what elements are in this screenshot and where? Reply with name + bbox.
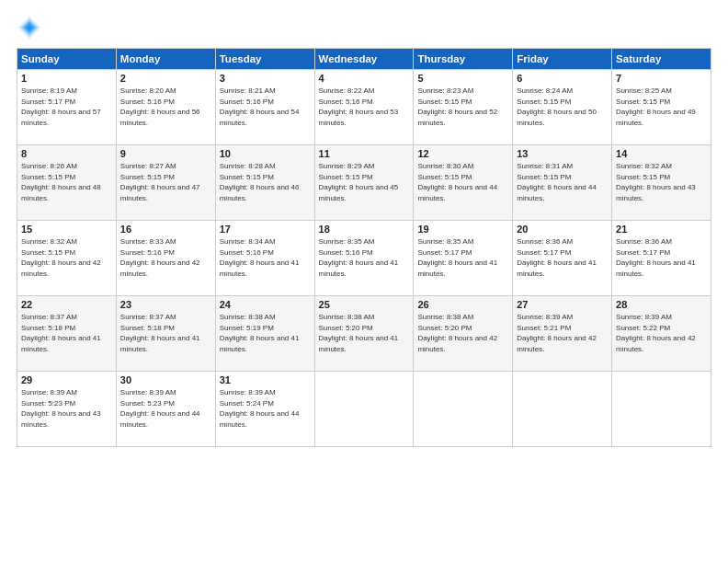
calendar-cell: 22Sunrise: 8:37 AMSunset: 5:18 PMDayligh… bbox=[17, 296, 117, 372]
week-row-2: 8Sunrise: 8:26 AMSunset: 5:15 PMDaylight… bbox=[17, 145, 711, 221]
header bbox=[17, 15, 711, 40]
day-number: 24 bbox=[220, 299, 311, 310]
day-number: 20 bbox=[517, 224, 608, 235]
day-info: Sunrise: 8:22 AMSunset: 5:16 PMDaylight:… bbox=[319, 86, 399, 127]
calendar-cell: 8Sunrise: 8:26 AMSunset: 5:15 PMDaylight… bbox=[17, 145, 117, 221]
calendar-cell: 30Sunrise: 8:39 AMSunset: 5:23 PMDayligh… bbox=[116, 372, 215, 447]
day-info: Sunrise: 8:39 AMSunset: 5:23 PMDaylight:… bbox=[120, 388, 200, 429]
calendar-cell: 29Sunrise: 8:39 AMSunset: 5:23 PMDayligh… bbox=[17, 372, 117, 447]
day-number: 16 bbox=[120, 224, 211, 235]
day-number: 30 bbox=[120, 374, 211, 385]
day-number: 6 bbox=[517, 73, 608, 84]
calendar-cell: 9Sunrise: 8:27 AMSunset: 5:15 PMDaylight… bbox=[116, 145, 215, 221]
day-number: 29 bbox=[21, 374, 112, 385]
logo-icon bbox=[17, 15, 42, 40]
day-info: Sunrise: 8:23 AMSunset: 5:15 PMDaylight:… bbox=[417, 86, 497, 127]
calendar-cell bbox=[314, 372, 414, 447]
day-info: Sunrise: 8:36 AMSunset: 5:17 PMDaylight:… bbox=[616, 237, 696, 278]
calendar-cell: 16Sunrise: 8:33 AMSunset: 5:16 PMDayligh… bbox=[116, 221, 215, 296]
day-number: 14 bbox=[616, 148, 707, 159]
weekday-header-saturday: Saturday bbox=[612, 49, 711, 70]
day-number: 15 bbox=[21, 224, 112, 235]
day-number: 5 bbox=[417, 73, 508, 84]
day-number: 12 bbox=[417, 148, 508, 159]
page: SundayMondayTuesdayWednesdayThursdayFrid… bbox=[0, 0, 728, 563]
day-number: 17 bbox=[220, 224, 311, 235]
calendar-cell: 26Sunrise: 8:38 AMSunset: 5:20 PMDayligh… bbox=[414, 296, 513, 372]
day-info: Sunrise: 8:37 AMSunset: 5:18 PMDaylight:… bbox=[120, 313, 200, 353]
calendar-cell: 20Sunrise: 8:36 AMSunset: 5:17 PMDayligh… bbox=[513, 221, 612, 296]
day-number: 25 bbox=[319, 299, 410, 310]
day-number: 11 bbox=[319, 148, 410, 159]
day-number: 1 bbox=[21, 73, 112, 84]
day-number: 9 bbox=[120, 148, 211, 159]
calendar-cell: 24Sunrise: 8:38 AMSunset: 5:19 PMDayligh… bbox=[215, 296, 314, 372]
calendar-cell: 7Sunrise: 8:25 AMSunset: 5:15 PMDaylight… bbox=[612, 70, 711, 145]
day-number: 21 bbox=[616, 224, 707, 235]
day-info: Sunrise: 8:27 AMSunset: 5:15 PMDaylight:… bbox=[120, 162, 200, 202]
day-info: Sunrise: 8:38 AMSunset: 5:19 PMDaylight:… bbox=[220, 313, 300, 353]
day-info: Sunrise: 8:26 AMSunset: 5:15 PMDaylight:… bbox=[21, 162, 101, 202]
day-info: Sunrise: 8:39 AMSunset: 5:24 PMDaylight:… bbox=[220, 388, 300, 429]
calendar-cell: 31Sunrise: 8:39 AMSunset: 5:24 PMDayligh… bbox=[215, 372, 314, 447]
weekday-header-friday: Friday bbox=[513, 49, 612, 70]
day-number: 10 bbox=[220, 148, 311, 159]
calendar-cell: 1Sunrise: 8:19 AMSunset: 5:17 PMDaylight… bbox=[17, 70, 117, 145]
calendar-cell: 25Sunrise: 8:38 AMSunset: 5:20 PMDayligh… bbox=[314, 296, 414, 372]
calendar-cell: 12Sunrise: 8:30 AMSunset: 5:15 PMDayligh… bbox=[414, 145, 513, 221]
day-number: 31 bbox=[220, 374, 311, 385]
day-info: Sunrise: 8:32 AMSunset: 5:15 PMDaylight:… bbox=[21, 237, 101, 278]
day-info: Sunrise: 8:39 AMSunset: 5:22 PMDaylight:… bbox=[616, 313, 696, 353]
weekday-header-tuesday: Tuesday bbox=[215, 49, 314, 70]
day-number: 2 bbox=[120, 73, 211, 84]
calendar-cell bbox=[414, 372, 513, 447]
day-info: Sunrise: 8:32 AMSunset: 5:15 PMDaylight:… bbox=[616, 162, 696, 202]
day-number: 23 bbox=[120, 299, 211, 310]
day-info: Sunrise: 8:24 AMSunset: 5:15 PMDaylight:… bbox=[517, 86, 597, 127]
day-number: 3 bbox=[220, 73, 311, 84]
calendar-cell: 4Sunrise: 8:22 AMSunset: 5:16 PMDaylight… bbox=[314, 70, 414, 145]
day-number: 7 bbox=[616, 73, 707, 84]
calendar-cell: 11Sunrise: 8:29 AMSunset: 5:15 PMDayligh… bbox=[314, 145, 414, 221]
day-number: 22 bbox=[21, 299, 112, 310]
week-row-5: 29Sunrise: 8:39 AMSunset: 5:23 PMDayligh… bbox=[17, 372, 711, 447]
day-info: Sunrise: 8:30 AMSunset: 5:15 PMDaylight:… bbox=[417, 162, 497, 202]
day-info: Sunrise: 8:19 AMSunset: 5:17 PMDaylight:… bbox=[21, 86, 101, 127]
weekday-header-monday: Monday bbox=[116, 49, 215, 70]
day-info: Sunrise: 8:35 AMSunset: 5:17 PMDaylight:… bbox=[417, 237, 497, 278]
day-info: Sunrise: 8:39 AMSunset: 5:23 PMDaylight:… bbox=[21, 388, 101, 429]
weekday-header-sunday: Sunday bbox=[17, 49, 117, 70]
calendar-cell: 2Sunrise: 8:20 AMSunset: 5:16 PMDaylight… bbox=[116, 70, 215, 145]
day-info: Sunrise: 8:37 AMSunset: 5:18 PMDaylight:… bbox=[21, 313, 101, 353]
calendar-cell: 19Sunrise: 8:35 AMSunset: 5:17 PMDayligh… bbox=[414, 221, 513, 296]
calendar-cell: 27Sunrise: 8:39 AMSunset: 5:21 PMDayligh… bbox=[513, 296, 612, 372]
calendar-cell: 28Sunrise: 8:39 AMSunset: 5:22 PMDayligh… bbox=[612, 296, 711, 372]
day-number: 28 bbox=[616, 299, 707, 310]
calendar-cell: 23Sunrise: 8:37 AMSunset: 5:18 PMDayligh… bbox=[116, 296, 215, 372]
day-info: Sunrise: 8:29 AMSunset: 5:15 PMDaylight:… bbox=[319, 162, 399, 202]
weekday-header-thursday: Thursday bbox=[414, 49, 513, 70]
day-number: 13 bbox=[517, 148, 608, 159]
logo bbox=[17, 15, 46, 40]
calendar-cell: 6Sunrise: 8:24 AMSunset: 5:15 PMDaylight… bbox=[513, 70, 612, 145]
calendar-cell: 17Sunrise: 8:34 AMSunset: 5:16 PMDayligh… bbox=[215, 221, 314, 296]
calendar-cell: 18Sunrise: 8:35 AMSunset: 5:16 PMDayligh… bbox=[314, 221, 414, 296]
calendar-cell bbox=[612, 372, 711, 447]
day-info: Sunrise: 8:35 AMSunset: 5:16 PMDaylight:… bbox=[319, 237, 399, 278]
calendar-cell: 15Sunrise: 8:32 AMSunset: 5:15 PMDayligh… bbox=[17, 221, 117, 296]
calendar-cell: 13Sunrise: 8:31 AMSunset: 5:15 PMDayligh… bbox=[513, 145, 612, 221]
calendar-cell: 5Sunrise: 8:23 AMSunset: 5:15 PMDaylight… bbox=[414, 70, 513, 145]
day-number: 8 bbox=[21, 148, 112, 159]
day-info: Sunrise: 8:33 AMSunset: 5:16 PMDaylight:… bbox=[120, 237, 200, 278]
day-info: Sunrise: 8:38 AMSunset: 5:20 PMDaylight:… bbox=[417, 313, 497, 353]
calendar-table: SundayMondayTuesdayWednesdayThursdayFrid… bbox=[17, 48, 711, 447]
week-row-4: 22Sunrise: 8:37 AMSunset: 5:18 PMDayligh… bbox=[17, 296, 711, 372]
day-info: Sunrise: 8:38 AMSunset: 5:20 PMDaylight:… bbox=[319, 313, 399, 353]
calendar-cell: 3Sunrise: 8:21 AMSunset: 5:16 PMDaylight… bbox=[215, 70, 314, 145]
day-number: 4 bbox=[319, 73, 410, 84]
day-number: 18 bbox=[319, 224, 410, 235]
day-number: 19 bbox=[417, 224, 508, 235]
day-info: Sunrise: 8:21 AMSunset: 5:16 PMDaylight:… bbox=[220, 86, 300, 127]
day-info: Sunrise: 8:34 AMSunset: 5:16 PMDaylight:… bbox=[220, 237, 300, 278]
week-row-3: 15Sunrise: 8:32 AMSunset: 5:15 PMDayligh… bbox=[17, 221, 711, 296]
